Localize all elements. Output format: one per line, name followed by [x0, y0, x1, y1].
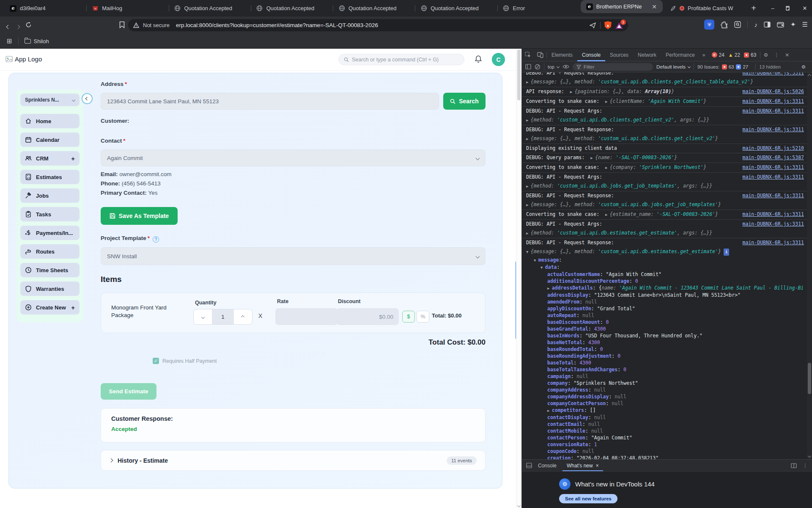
reload-button[interactable] — [25, 22, 32, 28]
drawer-tab-whats-new[interactable]: What's new× — [562, 460, 603, 472]
console-row[interactable]: couponCode: null — [522, 448, 807, 455]
quantity-increase-button[interactable] — [234, 309, 252, 324]
brave-shield-icon[interactable]: ▲ — [604, 21, 612, 29]
console-row[interactable]: creation: "2026-02-04 08:37:48.038213" — [522, 455, 807, 459]
rate-input[interactable] — [275, 308, 338, 325]
avatar[interactable]: C — [492, 53, 505, 66]
console-row[interactable]: Converting to snake case: ▶ {company: 'S… — [522, 163, 807, 172]
drawer-tab-close-icon[interactable]: × — [596, 463, 599, 469]
console-row[interactable]: ▼ data: — [522, 264, 807, 271]
sidebar-item-home[interactable]: Home — [20, 114, 80, 128]
console-source-link[interactable]: main-DUBNX-6R.js:3311 — [743, 221, 807, 228]
console-row[interactable]: applyDiscountOn: "Grand Total" — [522, 305, 807, 312]
bookmark-folder-shiloh[interactable]: Shiloh — [25, 38, 49, 44]
scroll-down-arrow[interactable] — [808, 454, 811, 458]
console-row[interactable]: ▼ message: — [522, 257, 807, 264]
project-template-select[interactable]: SNW Install — [101, 247, 486, 265]
drawer-tab-console[interactable]: Console — [534, 460, 561, 472]
console-row[interactable]: amendedFrom: null — [522, 298, 807, 305]
console-row[interactable]: contactDisplay: null — [522, 414, 807, 421]
search-tabs-icon[interactable] — [734, 21, 741, 28]
wallet-icon[interactable] — [777, 22, 784, 28]
console-source-link[interactable]: main-DUBNX-6R.js:3311 — [743, 126, 807, 133]
wallet-extension-icon[interactable]: ⛨ — [704, 19, 714, 30]
sidebar-item-jobs[interactable]: Jobs — [20, 188, 80, 203]
console-row[interactable]: baseNetTotal: 4300 — [522, 339, 807, 346]
console-row[interactable]: ▶ {method: 'custom_ui.api.db.estimates.g… — [522, 229, 807, 238]
apps-grid-icon[interactable]: ⊞ — [7, 37, 12, 45]
browser-tab[interactable]: Quotation Accepted — [169, 0, 251, 17]
console-source-link[interactable]: main-DUBNX-6R.js:5387 — [743, 154, 807, 161]
log-levels-selector[interactable]: Default levels — [656, 64, 690, 69]
console-row[interactable]: companyAddressDisplay: null — [522, 393, 807, 400]
console-row[interactable]: ▶ {method: 'custom_ui.api.db.jobs.get_jo… — [522, 182, 807, 191]
console-row[interactable]: baseInWords: "USD Four Thousand, Three H… — [522, 332, 807, 339]
help-icon[interactable]: ? — [153, 236, 159, 243]
console-row[interactable]: DEBUG: API - Request Response:main-DUBNX… — [522, 72, 807, 77]
devtools-tab-elements[interactable]: Elements — [547, 49, 577, 61]
console-row[interactable]: DEBUG: API - Request Response:main-DUBNX… — [522, 125, 807, 134]
expand-plus-icon[interactable]: + — [71, 155, 75, 162]
console-source-link[interactable]: main-DUBNX-6R.js:3311 — [743, 239, 807, 246]
browser-tab[interactable]: Quotation Accepted — [415, 0, 497, 17]
console-row[interactable]: DEBUG: Query params: ▶ {name: '-SAL-QT-0… — [522, 153, 807, 163]
console-source-link[interactable]: main-DUBNX-6R.js:3311 — [743, 174, 807, 181]
console-row[interactable]: Displaying existing client datamain-DUBN… — [522, 144, 807, 153]
issues-summary[interactable]: 90 Issues: 6327 — [697, 64, 752, 69]
console-row[interactable]: DEBUG: API - Request Args:main-DUBNX-6R.… — [522, 219, 807, 229]
share-icon[interactable] — [590, 22, 596, 28]
sidebar-item-calendar[interactable]: Calendar — [20, 133, 80, 147]
console-row[interactable]: DEBUG: API - Request Response:main-DUBNX… — [522, 191, 807, 200]
half-payment-checkbox[interactable]: ✓ — [153, 358, 159, 364]
sidebar-item-warranties[interactable]: Warranties — [20, 282, 80, 296]
console-row[interactable]: ▼ {message: {…}, method: 'custom_ui.api.… — [522, 247, 807, 257]
inspect-element-icon[interactable] — [522, 52, 534, 58]
browser-tab[interactable]: Quotation Accepted — [333, 0, 415, 17]
search-input[interactable]: Search or type a command (Ctrl + G) — [338, 54, 464, 65]
address-bar[interactable]: Not secure erp.local:8000/clients?lookup… — [128, 19, 628, 31]
sidebar-item-payments-in[interactable]: Payments/In... — [20, 226, 80, 240]
scroll-down-arrow[interactable] — [517, 504, 521, 507]
discount-input[interactable]: $0.00 — [336, 308, 399, 325]
console-row[interactable]: actualCustomerName: "Again With Commit" — [522, 271, 807, 278]
brave-rewards-icon[interactable]: 1 — [615, 22, 623, 29]
devtools-tab-sources[interactable]: Sources — [605, 49, 633, 61]
console-row[interactable]: ▶ competitors: [] — [522, 407, 807, 414]
expand-chevron-icon[interactable] — [109, 458, 113, 463]
console-row[interactable]: contactMobile: null — [522, 428, 807, 434]
console-source-link[interactable]: main-DUBNX-6R.js:3311 — [743, 98, 807, 105]
address-search-button[interactable]: Search — [443, 93, 486, 110]
page-scrollbar-thumb[interactable] — [517, 50, 521, 100]
devtools-tab-console[interactable]: Console — [577, 49, 605, 61]
browser-tab[interactable]: MailHog — [86, 0, 168, 17]
company-selector[interactable]: Sprinklers N... — [20, 94, 80, 106]
discount-dollar-button[interactable]: $ — [402, 311, 415, 323]
drawer-menu-icon[interactable]: ⋮ — [803, 463, 808, 469]
console-sidebar-icon[interactable] — [525, 64, 531, 69]
browser-tab[interactable]: eBrotherton ERPNe✕ — [581, 0, 663, 13]
address-input[interactable]: 123643 Commit Lane Saint Paul, MN 55123 — [101, 93, 439, 110]
sidebar-item-crm[interactable]: CRM+ — [20, 151, 80, 166]
more-tabs-icon[interactable]: » — [700, 52, 708, 58]
js-context-selector[interactable]: top — [548, 64, 559, 69]
console-row[interactable]: contactPerson: "Again Commit" — [522, 434, 807, 441]
clear-console-icon[interactable] — [535, 64, 540, 70]
tab-close-icon[interactable]: ✕ — [651, 3, 657, 10]
console-row[interactable]: ▶ addressDetails: {name: 'Again With Com… — [522, 284, 807, 292]
quantity-value[interactable]: 1 — [212, 309, 233, 324]
console-row[interactable]: baseGrandTotal: 4300 — [522, 326, 807, 332]
console-row[interactable]: DEBUG: API - Request Response:main-DUBNX… — [522, 238, 807, 247]
media-icon[interactable]: ♪ — [754, 21, 757, 28]
leo-ai-icon[interactable]: ✦ — [790, 21, 796, 28]
issues-count-icon[interactable] — [744, 52, 749, 58]
console-source-link[interactable]: main-DUBNX-6R.js:3311 — [743, 211, 807, 218]
browser-tab[interactable]: Quotation Accepted — [251, 0, 333, 17]
console-row[interactable]: company: "Sprinklers Northwest" — [522, 380, 807, 387]
forward-button[interactable] — [16, 22, 19, 30]
discount-percent-button[interactable]: % — [417, 311, 429, 323]
console-row[interactable]: Converting to snake case: ▶ {estimate_na… — [522, 210, 807, 219]
console-row[interactable]: ▶ {message: {…}, method: 'custom_ui.api.… — [522, 200, 807, 210]
console-row[interactable]: baseTotalTaxesAndCharges: 0 — [522, 366, 807, 373]
send-estimate-button[interactable]: Send Estimate — [101, 383, 156, 400]
console-row[interactable]: DEBUG: API - Request Args:main-DUBNX-6R.… — [522, 106, 807, 116]
